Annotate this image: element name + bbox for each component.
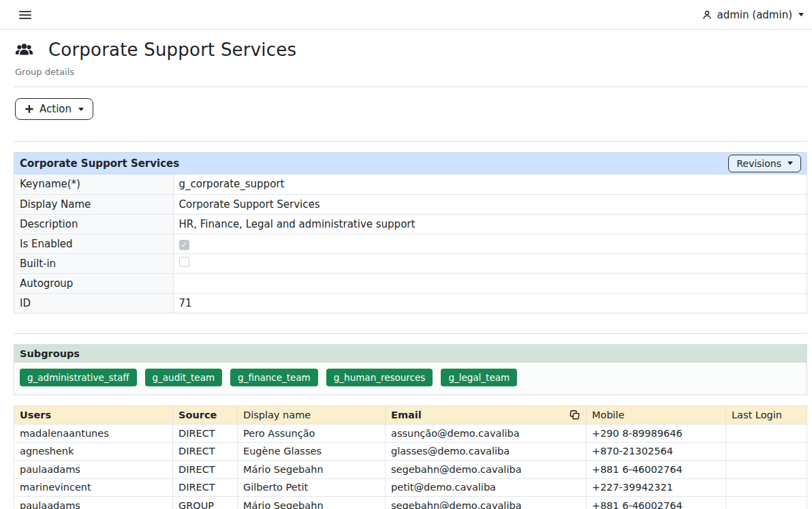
subgroups-panel-header: Subgroups	[14, 345, 807, 363]
divider	[14, 87, 807, 87]
table-row: Is Enabled	[14, 234, 807, 253]
panel-title: Subgroups	[20, 348, 80, 359]
user-mobile: +870-21302564	[587, 442, 726, 461]
subgroup-badge[interactable]: g_human_resources	[326, 369, 433, 386]
field-label: Built-in	[14, 253, 173, 273]
subgroup-badge[interactable]: g_finance_team	[230, 369, 318, 386]
user-source: DIRECT	[173, 425, 238, 443]
user-mobile: +881 6-46002764	[587, 461, 726, 479]
user-email: segebahn@demo.cavaliba	[386, 497, 587, 509]
user-email: petit@demo.cavaliba	[386, 478, 587, 497]
hamburger-menu-icon[interactable]	[16, 8, 34, 22]
revisions-button[interactable]: Revisions	[728, 155, 801, 172]
action-button-label: Action	[40, 103, 72, 115]
user-username: paulaadams	[14, 461, 173, 479]
user-label: admin (admin)	[717, 9, 792, 21]
table-row: Autogroup	[14, 273, 807, 293]
subgroup-badge[interactable]: g_legal_team	[441, 369, 517, 386]
table-row: Display Name Corporate Support Services	[14, 194, 807, 214]
column-header-email: Email	[386, 406, 587, 425]
field-value: HR, Finance, Legal and administrative su…	[173, 214, 807, 234]
user-row[interactable]: paulaadams GROUP Mário Segebahn segebahn…	[14, 497, 807, 509]
page-subtitle: Group details	[15, 67, 807, 77]
field-value: Corporate Support Services	[173, 194, 807, 214]
group-details-table: Keyname(*) g_corporate_support Display N…	[14, 174, 807, 313]
person-icon	[702, 10, 713, 20]
built-in-checkbox	[179, 257, 189, 267]
group-details-panel: Corporate Support Services Revisions Key…	[14, 152, 807, 313]
subgroup-badge[interactable]: g_administrative_staff	[20, 369, 137, 386]
subgroups-list: g_administrative_staff g_audit_team g_fi…	[14, 363, 807, 395]
chevron-down-icon	[78, 108, 84, 111]
page-title: Corporate Support Services	[48, 40, 296, 60]
copy-icon[interactable]	[569, 410, 580, 420]
user-username: paulaadams	[14, 497, 173, 509]
user-row[interactable]: madalenaantunes DIRECT Pero Assunção ass…	[14, 425, 807, 443]
user-last-login	[726, 461, 807, 479]
user-mobile: +881 6-46002764	[587, 497, 726, 509]
table-row: ID 71	[14, 293, 807, 313]
user-source: GROUP	[173, 497, 238, 509]
revisions-button-label: Revisions	[736, 158, 781, 169]
plus-icon	[25, 104, 34, 114]
chevron-down-icon	[798, 13, 804, 16]
user-email: assunção@demo.cavaliba	[386, 425, 587, 443]
user-display-name: Mário Segebahn	[238, 497, 386, 509]
user-row[interactable]: agneshenk DIRECT Eugène Glasses glasses@…	[14, 442, 807, 461]
users-table: Users Source Display name Email Mo	[14, 405, 807, 509]
user-menu[interactable]: admin (admin)	[702, 9, 804, 21]
subgroups-panel: Subgroups g_administrative_staff g_audit…	[14, 344, 807, 395]
panel-title: Corporate Support Services	[20, 157, 179, 170]
user-display-name: Mário Segebahn	[238, 461, 386, 479]
group-details-panel-header: Corporate Support Services Revisions	[14, 153, 807, 174]
field-value: 71	[173, 293, 807, 313]
table-row: Description HR, Finance, Legal and admin…	[14, 214, 807, 234]
user-source: DIRECT	[173, 478, 238, 497]
users-table-header-row: Users Source Display name Email Mo	[14, 406, 807, 425]
user-row[interactable]: paulaadams DIRECT Mário Segebahn segebah…	[14, 461, 807, 479]
user-display-name: Eugène Glasses	[238, 442, 386, 461]
field-label: Is Enabled	[14, 234, 173, 253]
user-row[interactable]: marinevincent DIRECT Gilberto Petit peti…	[14, 478, 807, 497]
page-header: Corporate Support Services Group details	[14, 30, 807, 77]
subgroup-badge[interactable]: g_audit_team	[145, 369, 223, 386]
field-label: Keyname(*)	[14, 174, 173, 194]
chevron-down-icon	[787, 161, 793, 165]
table-row: Built-in	[14, 253, 807, 273]
table-row: Keyname(*) g_corporate_support	[14, 174, 807, 194]
user-username: madalenaantunes	[14, 425, 173, 443]
user-username: agneshenk	[14, 442, 173, 461]
user-last-login	[726, 442, 807, 461]
field-label: Display Name	[14, 194, 173, 214]
user-last-login	[726, 425, 807, 443]
user-last-login	[726, 497, 807, 509]
user-display-name: Gilberto Petit	[238, 478, 386, 497]
user-display-name: Pero Assunção	[238, 425, 386, 443]
column-header-source: Source	[173, 406, 238, 425]
field-label: ID	[14, 293, 173, 313]
action-button[interactable]: Action	[15, 98, 93, 120]
column-header-mobile: Mobile	[587, 406, 726, 425]
user-mobile: +290 8-89989646	[587, 425, 726, 443]
field-value	[173, 273, 807, 293]
user-source: DIRECT	[173, 442, 238, 461]
user-source: DIRECT	[173, 461, 238, 479]
divider	[14, 141, 807, 142]
user-mobile: +227-39942321	[587, 478, 726, 497]
user-email: segebahn@demo.cavaliba	[386, 461, 587, 479]
is-enabled-checkbox	[179, 240, 189, 250]
column-header-display-name: Display name	[238, 406, 386, 425]
topbar: admin (admin)	[0, 0, 812, 30]
field-value	[173, 253, 807, 273]
divider	[14, 333, 807, 334]
field-label: Autogroup	[14, 273, 173, 293]
user-username: marinevincent	[14, 478, 173, 497]
column-header-last-login: Last Login	[726, 406, 807, 425]
group-users-icon	[15, 42, 33, 57]
field-value	[173, 234, 807, 253]
user-email: glasses@demo.cavaliba	[386, 442, 587, 461]
column-header-users: Users	[14, 406, 173, 425]
field-label: Description	[14, 214, 173, 234]
user-last-login	[726, 478, 807, 497]
field-value: g_corporate_support	[173, 174, 807, 194]
